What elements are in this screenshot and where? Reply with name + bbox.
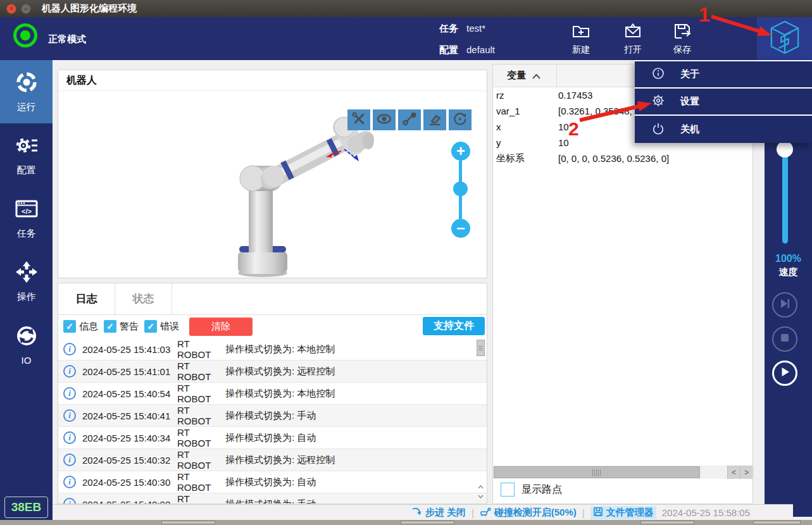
- close-button[interactable]: ×: [6, 4, 16, 14]
- play-button[interactable]: [772, 361, 797, 386]
- io-sync-icon: [15, 324, 39, 350]
- log-time: 2024-05-25 15:40:30: [82, 477, 177, 488]
- mode-label: 正常模式: [48, 34, 86, 46]
- filter-info[interactable]: ✓ 信息: [63, 320, 98, 333]
- scroll-right-button[interactable]: >: [740, 466, 753, 479]
- config-label: 配置: [439, 44, 458, 56]
- step-arrow-icon: [411, 507, 422, 518]
- log-source: RT ROBOT: [177, 361, 225, 382]
- eye-icon: [377, 111, 392, 129]
- sidebar-item-operate[interactable]: 操作: [0, 250, 53, 313]
- tab-status[interactable]: 状态: [115, 283, 172, 314]
- mode-status-indicator: [13, 23, 37, 47]
- menu-item-about[interactable]: 关于: [635, 61, 812, 89]
- log-list: i 2024-05-25 15:41:03 RT ROBOT 操作模式切换为: …: [58, 338, 487, 503]
- sidebar-item-task[interactable]: </> 任务: [0, 187, 53, 250]
- menu-item-shutdown[interactable]: 关机: [635, 116, 812, 143]
- app-menu-button[interactable]: [757, 17, 812, 60]
- horizontal-scrollbar[interactable]: < >: [493, 466, 753, 479]
- log-filter-bar: ✓ 信息 ✓ 警告 ✓ 错误 清除 支持文件: [58, 315, 487, 338]
- log-row[interactable]: i 2024-05-25 15:40:30 RT ROBOT 操作模式切换为: …: [58, 471, 487, 493]
- log-row[interactable]: i 2024-05-25 15:41:03 RT ROBOT 操作模式切换为: …: [58, 338, 487, 361]
- log-row[interactable]: i 2024-05-25 15:40:34 RT ROBOT 操作模式切换为: …: [58, 427, 487, 449]
- variable-value: 0.17453: [558, 90, 592, 101]
- collision-detection-toggle[interactable]: 碰撞检测开启(50%): [480, 507, 577, 519]
- info-log-icon: i: [63, 409, 76, 422]
- stop-button[interactable]: [772, 326, 797, 352]
- log-source: RT ROBOT: [177, 471, 225, 493]
- rotate-view-button[interactable]: [449, 109, 472, 130]
- variable-name: y: [493, 137, 558, 148]
- speed-slider-handle[interactable]: [777, 141, 793, 158]
- save-task-button[interactable]: 保存: [661, 22, 703, 56]
- eraser-icon: [427, 111, 442, 129]
- sidebar-item-run[interactable]: 运行: [0, 60, 53, 123]
- zoom-slider-handle[interactable]: [453, 182, 468, 196]
- titlebar: × – 机器人图形化编程环境: [0, 0, 812, 17]
- log-row[interactable]: i 2024-05-25 15:40:32 RT ROBOT 操作模式切换为: …: [58, 449, 487, 471]
- status-code-badge: 38EB: [4, 497, 48, 518]
- clear-log-button[interactable]: 清除: [189, 318, 253, 336]
- zoom-in-button[interactable]: +: [451, 142, 470, 161]
- warning-checkbox[interactable]: ✓: [104, 320, 116, 333]
- log-message: 操作模式切换为: 远程控制: [225, 454, 335, 466]
- path-button[interactable]: [398, 109, 421, 130]
- step-mode-toggle[interactable]: 步进 关闭: [411, 507, 466, 519]
- erase-button[interactable]: [423, 109, 446, 130]
- info-log-icon: i: [63, 387, 76, 400]
- new-task-button[interactable]: 新建: [560, 22, 602, 56]
- scroll-down-button[interactable]: [476, 492, 485, 501]
- move-arrows-icon: [15, 260, 39, 287]
- minimize-button[interactable]: –: [21, 4, 31, 14]
- open-task-button[interactable]: 打开: [612, 22, 654, 56]
- log-message: 操作模式切换为: 自动: [225, 432, 316, 444]
- variable-value: 10: [558, 137, 569, 148]
- log-row[interactable]: i 2024-05-25 15:41:01 RT ROBOT 操作模式切换为: …: [58, 361, 487, 383]
- statusbar: 步进 关闭 | 碰撞检测开启(50%) | 文件管理器 2024-05-25 1…: [53, 504, 812, 520]
- log-message: 操作模式切换为: 远程控制: [225, 366, 335, 378]
- log-row[interactable]: i 2024-05-25 15:40:41 RT ROBOT 操作模式切换为: …: [58, 405, 487, 427]
- speed-slider-track[interactable]: [782, 142, 788, 244]
- log-row[interactable]: i 2024-05-25 15:40:54 RT ROBOT 操作模式切换为: …: [58, 383, 487, 405]
- filter-warning[interactable]: ✓ 警告: [104, 320, 139, 333]
- zoom-out-button[interactable]: −: [451, 219, 470, 238]
- log-source: RT ROBOT: [177, 427, 225, 448]
- tools-button[interactable]: [347, 109, 370, 130]
- variable-value: [0, 0, 0, 0.5236, 0.5236, 0]: [558, 153, 669, 164]
- scroll-left-button[interactable]: <: [727, 466, 740, 479]
- file-manager-label: 文件管理器: [606, 507, 654, 519]
- menu-item-settings[interactable]: 设置: [635, 89, 812, 116]
- save-export-icon: [673, 22, 692, 43]
- support-file-button[interactable]: 支持文件: [423, 317, 485, 335]
- show-waypoints-control: 显示路点: [501, 483, 562, 497]
- log-row[interactable]: i 2024-05-25 15:40:08 RT ROBOT 操作模式切换为: …: [58, 493, 487, 504]
- scrollbar-grip: [592, 469, 601, 476]
- tab-log[interactable]: 日志: [58, 283, 115, 314]
- menu-item-label: 关机: [680, 123, 699, 135]
- gear-list-icon: [15, 133, 39, 160]
- info-checkbox[interactable]: ✓: [63, 320, 76, 333]
- view-button[interactable]: [373, 109, 396, 130]
- collision-detection-label: 碰撞检测开启(50%): [494, 507, 577, 519]
- vertical-scrollbar-thumb[interactable]: [477, 340, 485, 356]
- open-button-label: 打开: [624, 44, 642, 56]
- error-checkbox[interactable]: ✓: [144, 320, 157, 333]
- file-manager-button[interactable]: 文件管理器: [590, 506, 656, 519]
- sidebar-item-io[interactable]: IO: [0, 313, 53, 376]
- new-folder-icon: [572, 22, 590, 43]
- log-time: 2024-05-25 15:40:32: [82, 455, 177, 466]
- play-icon: [778, 366, 791, 381]
- sidebar-item-label: IO: [22, 355, 32, 366]
- horizontal-scrollbar-thumb[interactable]: [494, 466, 700, 478]
- scroll-up-button[interactable]: [476, 483, 485, 491]
- variables-column-divider: [556, 65, 557, 87]
- sidebar-item-config[interactable]: 配置: [0, 123, 53, 187]
- log-message: 操作模式切换为: 手动: [225, 498, 316, 505]
- filter-error[interactable]: ✓ 错误: [144, 320, 179, 333]
- step-forward-button[interactable]: [772, 292, 797, 318]
- filter-info-label: 信息: [79, 321, 98, 333]
- show-waypoints-checkbox[interactable]: [501, 483, 515, 497]
- speed-label: 速度: [765, 266, 812, 278]
- speed-percent: 100%: [765, 253, 812, 264]
- variable-row[interactable]: 坐标系 [0, 0, 0, 0.5236, 0.5236, 0]: [493, 151, 753, 166]
